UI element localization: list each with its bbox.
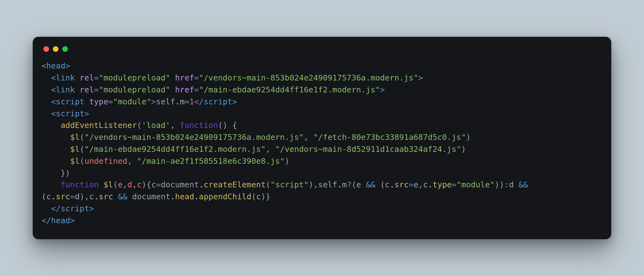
code-block: <head> <link rel="modulepreload" href="/… bbox=[42, 60, 602, 226]
code-token: addEventListener bbox=[61, 121, 137, 130]
code-token bbox=[99, 180, 103, 189]
code-window: <head> <link rel="modulepreload" href="/… bbox=[33, 37, 611, 239]
code-token: "modulepreload" bbox=[99, 85, 170, 94]
code-line: </script> bbox=[42, 204, 94, 213]
code-token: script bbox=[61, 204, 89, 213]
close-icon[interactable] bbox=[43, 46, 49, 52]
code-token: appendChild bbox=[199, 192, 252, 201]
code-token: > bbox=[70, 216, 75, 225]
code-token: ) bbox=[285, 157, 289, 166]
code-token: = bbox=[452, 180, 456, 189]
code-token bbox=[75, 73, 80, 82]
code-token: ( bbox=[80, 133, 84, 142]
code-token: $l bbox=[70, 133, 80, 142]
code-token: = bbox=[156, 180, 161, 189]
code-token: < bbox=[51, 73, 56, 82]
code-token: , bbox=[170, 121, 180, 130]
code-token: "/main-ebdae9254dd4ff16e1f2.modern.js" bbox=[199, 85, 380, 94]
code-token: ) bbox=[308, 180, 313, 189]
code-line: }) bbox=[42, 168, 70, 178]
code-token: ( bbox=[113, 180, 118, 189]
code-token: > bbox=[85, 109, 89, 118]
code-token: > bbox=[151, 97, 156, 106]
code-token: "module" bbox=[113, 97, 151, 106]
code-line: $l(undefined, "/main-ae2f1f585518e6c390e… bbox=[42, 157, 290, 166]
code-line: (c.src=d),c.src && document.head.appendC… bbox=[42, 192, 270, 201]
code-token: . bbox=[337, 180, 342, 189]
code-token: </ bbox=[42, 216, 51, 225]
minimize-icon[interactable] bbox=[53, 46, 58, 52]
code-token: , bbox=[418, 180, 423, 189]
code-token: c bbox=[151, 180, 156, 189]
code-token: ? bbox=[347, 180, 352, 189]
code-token: "/vendors~main-853b024e24909175736a.mode… bbox=[85, 133, 304, 142]
code-token: . bbox=[428, 180, 433, 189]
code-token: : bbox=[504, 180, 509, 189]
code-token: head bbox=[46, 61, 65, 70]
code-token: = bbox=[185, 97, 189, 106]
code-token: m bbox=[342, 180, 347, 189]
code-token: 'load' bbox=[142, 121, 170, 130]
code-token: ) bbox=[466, 133, 471, 142]
code-token: < bbox=[51, 85, 56, 94]
code-token: , bbox=[314, 180, 318, 189]
code-token: "/fetch-80e73bc33891a687d5c0.js" bbox=[313, 133, 466, 142]
code-line: function $l(e,d,c){c=document.createElem… bbox=[42, 180, 528, 189]
code-token bbox=[85, 97, 89, 106]
code-token: createElement bbox=[204, 180, 266, 189]
code-token: , bbox=[85, 192, 89, 201]
code-line: <link rel="modulepreload" href="/vendors… bbox=[42, 73, 423, 82]
code-token: rel bbox=[80, 73, 94, 82]
code-token: document bbox=[161, 180, 199, 189]
code-token: } bbox=[266, 192, 270, 201]
code-token: c bbox=[423, 180, 428, 189]
zoom-icon[interactable] bbox=[62, 46, 68, 52]
code-token: function bbox=[61, 180, 99, 189]
code-line: $l("/vendors~main-853b024e24909175736a.m… bbox=[42, 133, 471, 142]
code-token: ) bbox=[461, 145, 466, 154]
code-token: type bbox=[433, 180, 452, 189]
code-token: c bbox=[46, 192, 51, 201]
code-token: d bbox=[75, 192, 80, 201]
code-token: = bbox=[94, 73, 99, 82]
code-token: ( bbox=[352, 180, 356, 189]
code-token: "script" bbox=[270, 180, 308, 189]
code-token: < bbox=[42, 61, 46, 70]
code-line: $l("/main-ebdae9254dd4ff16e1f2.modern.js… bbox=[42, 145, 466, 154]
code-token: , bbox=[304, 133, 313, 142]
code-token: "/main-ebdae9254dd4ff16e1f2.modern.js" bbox=[85, 145, 266, 154]
code-token: self bbox=[318, 180, 337, 189]
code-token: . bbox=[194, 192, 199, 201]
code-token: . bbox=[199, 180, 204, 189]
code-token: href bbox=[175, 73, 194, 82]
code-token: head bbox=[175, 192, 194, 201]
code-token: ( bbox=[80, 157, 84, 166]
code-token bbox=[170, 73, 175, 82]
code-token: src bbox=[394, 180, 409, 189]
code-token: ) bbox=[499, 180, 504, 189]
code-token: = bbox=[108, 97, 113, 106]
code-token: > bbox=[89, 204, 94, 213]
code-token: ( bbox=[251, 192, 256, 201]
code-token: ) bbox=[80, 192, 84, 201]
code-token: link bbox=[56, 85, 75, 94]
code-token: script bbox=[56, 97, 85, 106]
code-token: && bbox=[118, 192, 127, 201]
code-token: > bbox=[232, 97, 237, 106]
code-token: script bbox=[204, 97, 232, 106]
code-token bbox=[127, 192, 132, 201]
code-token: function bbox=[180, 121, 218, 130]
code-token: , bbox=[132, 180, 137, 189]
code-line: <script type="module">self.m=1</script> bbox=[42, 97, 237, 106]
code-token: () bbox=[218, 121, 227, 130]
code-token bbox=[113, 192, 118, 201]
code-token bbox=[75, 85, 80, 94]
code-token: && bbox=[519, 180, 528, 189]
code-token: m bbox=[180, 97, 185, 106]
code-token: d bbox=[509, 180, 519, 189]
code-token: < bbox=[51, 109, 56, 118]
code-token: e bbox=[414, 180, 418, 189]
code-token: = bbox=[70, 192, 75, 201]
code-token: , bbox=[123, 180, 127, 189]
code-token bbox=[170, 85, 175, 94]
